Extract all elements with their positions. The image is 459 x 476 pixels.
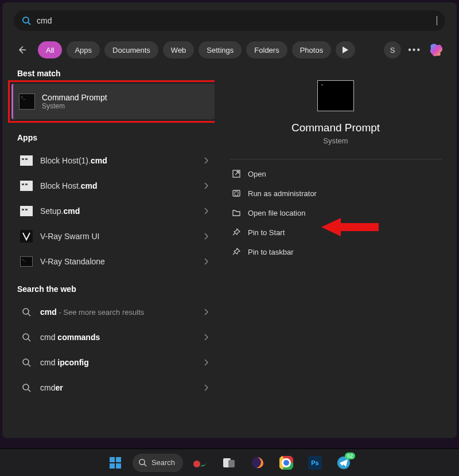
search-box[interactable]: cmd xyxy=(14,10,445,31)
cmd-icon: >_ xyxy=(20,255,33,268)
firefox-icon xyxy=(251,456,264,470)
chrome-icon xyxy=(279,456,293,470)
filter-all[interactable]: All xyxy=(38,41,62,58)
dragon-icon xyxy=(192,456,208,470)
web-result[interactable]: cmder xyxy=(14,375,215,400)
app-result[interactable]: Block Host.cmd xyxy=(14,173,215,198)
preview-subtitle: System xyxy=(230,136,442,145)
svg-line-16 xyxy=(28,339,30,341)
chevron-right-icon xyxy=(203,384,209,391)
pin-icon xyxy=(232,228,241,237)
app-result-label: V-Ray Standalone xyxy=(40,257,196,266)
action-open[interactable]: Open xyxy=(230,164,442,184)
filter-settings[interactable]: Settings xyxy=(199,41,242,58)
chevron-right-icon xyxy=(203,182,209,189)
search-row: cmd xyxy=(2,2,457,36)
action-pin-start[interactable]: Pin to Start xyxy=(230,223,442,242)
user-avatar[interactable]: S xyxy=(384,41,401,58)
app-result-label: Block Host(1).cmd xyxy=(40,156,196,165)
back-button[interactable] xyxy=(14,42,30,58)
web-result[interactable]: cmd ipconfig xyxy=(14,350,215,375)
svg-rect-3 xyxy=(20,155,33,166)
preview-column: Command Prompt System Open Run as admini… xyxy=(215,67,457,438)
best-match-title: Command Prompt xyxy=(42,93,107,102)
svg-rect-24 xyxy=(116,457,121,462)
app-result[interactable]: Setup.cmd xyxy=(14,198,215,224)
taskbar-taskview[interactable] xyxy=(217,451,240,474)
svg-rect-5 xyxy=(25,158,28,160)
svg-point-37 xyxy=(283,460,289,466)
search-panel: cmd All Apps Documents Web Settings Fold… xyxy=(2,2,457,438)
svg-rect-31 xyxy=(228,460,235,467)
arrow-left-icon xyxy=(17,45,27,55)
app-result[interactable]: Block Host(1).cmd xyxy=(14,148,215,173)
svg-rect-9 xyxy=(20,206,33,216)
filter-folders[interactable]: Folders xyxy=(246,41,287,58)
action-open-location[interactable]: Open file location xyxy=(230,203,442,223)
filter-photos[interactable]: Photos xyxy=(292,41,331,58)
play-icon xyxy=(343,46,348,53)
filter-documents[interactable]: Documents xyxy=(104,41,158,58)
filter-web[interactable]: Web xyxy=(163,41,195,58)
pin-icon xyxy=(232,247,241,256)
copilot-icon[interactable] xyxy=(428,41,445,58)
svg-point-13 xyxy=(23,309,29,314)
taskbar-widget[interactable] xyxy=(189,451,212,474)
chevron-right-icon xyxy=(203,359,209,366)
best-match-item[interactable]: >_ Command Prompt System xyxy=(11,84,215,119)
taskbar: Search Ps xyxy=(0,448,459,476)
svg-point-27 xyxy=(139,459,145,465)
svg-line-14 xyxy=(28,314,30,316)
text-caret xyxy=(437,16,437,25)
vray-icon xyxy=(20,229,33,243)
app-result[interactable]: >_ V-Ray Standalone xyxy=(14,249,215,274)
best-match-subtitle: System xyxy=(42,102,107,110)
svg-rect-10 xyxy=(22,209,24,210)
section-best-match: Best match xyxy=(14,67,215,84)
filters-row: All Apps Documents Web Settings Folders … xyxy=(2,36,457,67)
cmd-icon: >_ xyxy=(19,93,35,110)
svg-rect-26 xyxy=(116,463,121,469)
taskbar-firefox[interactable] xyxy=(246,451,269,474)
action-label: Pin to taskbar xyxy=(248,248,294,256)
photoshop-icon: Ps xyxy=(308,456,322,470)
svg-point-29 xyxy=(193,461,200,467)
svg-rect-25 xyxy=(110,463,115,469)
search-input[interactable]: cmd xyxy=(37,16,437,25)
taskview-icon xyxy=(223,458,235,468)
taskbar-search[interactable]: Search xyxy=(133,454,183,472)
filter-more[interactable] xyxy=(336,41,355,58)
app-result-label: Setup.cmd xyxy=(40,206,196,216)
svg-line-1 xyxy=(28,22,30,25)
svg-rect-4 xyxy=(22,158,24,160)
divider xyxy=(230,159,442,159)
action-run-admin[interactable]: Run as administrator xyxy=(230,184,442,203)
results-column: Best match >_ Command Prompt System Apps… xyxy=(2,67,215,438)
web-result-label: cmder xyxy=(40,383,196,392)
section-apps: Apps xyxy=(14,131,215,148)
svg-rect-6 xyxy=(20,181,33,191)
action-pin-taskbar[interactable]: Pin to taskbar xyxy=(230,242,442,262)
search-icon xyxy=(20,381,33,395)
more-button[interactable]: ••• xyxy=(406,45,423,55)
filter-apps[interactable]: Apps xyxy=(67,41,100,58)
chevron-right-icon xyxy=(203,233,209,240)
taskbar-telegram[interactable] xyxy=(332,451,355,474)
taskbar-start[interactable] xyxy=(104,451,127,474)
app-result[interactable]: V-Ray Swarm UI xyxy=(14,224,215,249)
chevron-right-icon xyxy=(203,309,209,315)
preview-icon xyxy=(317,80,354,111)
web-result[interactable]: cmd commands xyxy=(14,325,215,350)
file-icon xyxy=(20,204,33,218)
web-result-label: cmd commands xyxy=(40,333,196,342)
svg-point-17 xyxy=(23,359,29,365)
svg-point-0 xyxy=(23,17,29,23)
taskbar-photoshop[interactable]: Ps xyxy=(304,451,326,474)
action-label: Open xyxy=(248,170,266,178)
app-result-label: V-Ray Swarm UI xyxy=(40,232,196,241)
folder-icon xyxy=(232,208,241,217)
svg-rect-7 xyxy=(22,184,24,185)
search-icon xyxy=(20,356,33,369)
taskbar-chrome[interactable] xyxy=(275,451,298,474)
web-result[interactable]: cmd - See more search results xyxy=(14,299,215,325)
